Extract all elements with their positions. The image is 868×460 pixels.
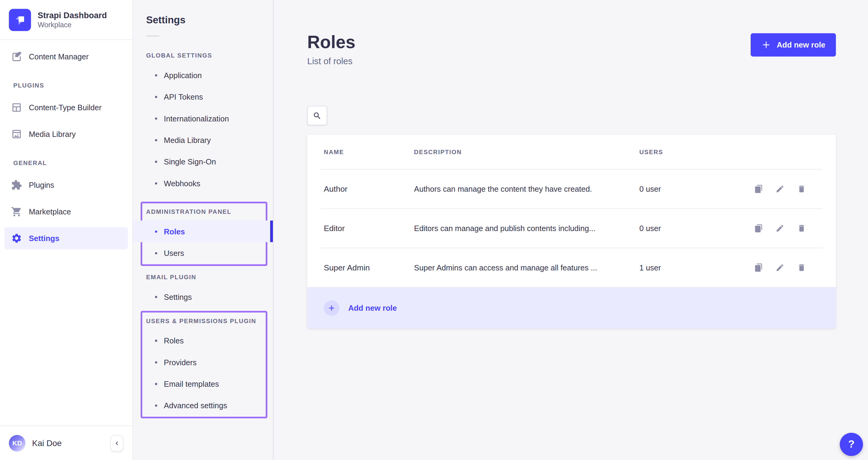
bullet-icon [155, 295, 157, 298]
subnav-item-label: Settings [164, 292, 192, 301]
sidebar-item-label: Settings [29, 234, 59, 242]
sidebar-item-content-type-builder[interactable]: Content-Type Builder [4, 96, 128, 118]
subnav-item-users[interactable]: Users [133, 242, 273, 264]
subnav-item-roles-active[interactable]: Roles [133, 221, 273, 242]
sidebar-section-plugins: PLUGINS [13, 82, 119, 89]
duplicate-icon[interactable] [754, 263, 763, 272]
sidebar-item-label: Content-Type Builder [29, 103, 102, 112]
bullet-icon [155, 340, 157, 342]
bullet-icon [155, 252, 157, 254]
table-row-super-admin[interactable]: Super Admin Super Admins can access and … [307, 248, 836, 287]
sidebar-item-media-library[interactable]: Media Library [4, 123, 128, 145]
search-button[interactable] [307, 106, 327, 125]
user-name: Kai Doe [32, 438, 103, 448]
search-icon [313, 111, 321, 120]
plus-icon [761, 40, 771, 50]
bullet-icon [155, 182, 157, 184]
duplicate-icon[interactable] [754, 184, 763, 193]
main-sidebar: Strapi Dashboard Workplace Content Manag… [0, 0, 133, 460]
subnav-item-email-settings[interactable]: Settings [133, 286, 273, 307]
bullet-icon [155, 96, 157, 98]
role-users-count: 1 user [639, 263, 754, 272]
workspace-label: Workplace [37, 21, 107, 29]
sidebar-item-content-manager[interactable]: Content Manager [4, 46, 128, 67]
bullet-icon [155, 74, 157, 76]
bullet-icon [155, 361, 157, 363]
sidebar-item-marketplace[interactable]: Marketplace [4, 200, 128, 223]
group-label-global-settings: GLOBAL SETTINGS [146, 52, 259, 59]
subnav-divider [146, 35, 159, 37]
plus-circle-icon [324, 300, 339, 316]
edit-icon[interactable] [775, 184, 784, 193]
delete-icon[interactable] [797, 184, 806, 193]
page-subtitle: List of roles [307, 57, 868, 67]
help-button[interactable]: ? [840, 433, 863, 456]
row-actions [754, 263, 819, 272]
group-label-users-permissions: USERS & PERMISSIONS PLUGIN [146, 317, 259, 324]
subnav-item-label: Internationalization [164, 114, 229, 123]
puzzle-icon [11, 179, 22, 191]
subnav-item-advanced-settings[interactable]: Advanced settings [133, 395, 273, 416]
subnav-item-label: Users [164, 249, 184, 257]
subnav-item-single-sign-on[interactable]: Single Sign-On [133, 151, 273, 172]
role-name: Author [324, 184, 414, 193]
edit-icon[interactable] [775, 263, 784, 272]
bullet-icon [155, 404, 157, 406]
table-header-row: NAME DESCRIPTION USERS [307, 135, 836, 169]
settings-subnav: Settings GLOBAL SETTINGS Application API… [133, 0, 274, 460]
table-row-author[interactable]: Author Authors can manage the content th… [307, 170, 836, 208]
subnav-item-api-tokens[interactable]: API Tokens [133, 86, 273, 108]
delete-icon[interactable] [797, 224, 806, 233]
subnav-item-label: Single Sign-On [164, 157, 216, 166]
brand-text: Strapi Dashboard Workplace [37, 10, 107, 29]
subnav-item-application[interactable]: Application [133, 64, 273, 86]
duplicate-icon[interactable] [754, 224, 763, 233]
sidebar-item-label: Plugins [29, 180, 54, 189]
bullet-icon [155, 117, 157, 119]
sidebar-item-plugins[interactable]: Plugins [4, 174, 128, 196]
bullet-icon [155, 161, 157, 163]
role-users-count: 0 user [639, 224, 754, 233]
edit-icon[interactable] [775, 224, 784, 233]
subnav-item-email-templates[interactable]: Email templates [133, 373, 273, 394]
row-actions [754, 224, 819, 233]
bullet-icon [155, 382, 157, 384]
sidebar-item-settings[interactable]: Settings [4, 227, 128, 249]
subnav-item-providers[interactable]: Providers [133, 351, 273, 373]
subnav-item-label: Roles [164, 227, 185, 236]
role-name: Super Admin [324, 263, 414, 272]
group-label-administration-panel: ADMINISTRATION PANEL [146, 208, 259, 215]
add-new-role-footer[interactable]: Add new role [307, 287, 836, 328]
role-description: Authors can manage the content they have… [414, 184, 640, 193]
role-users-count: 0 user [639, 184, 754, 193]
roles-table: NAME DESCRIPTION USERS Author Authors ca… [307, 135, 836, 328]
row-actions [754, 184, 819, 193]
subnav-item-media-library[interactable]: Media Library [133, 129, 273, 150]
add-new-role-button[interactable]: Add new role [751, 33, 836, 57]
avatar: KD [9, 435, 25, 451]
active-indicator-bar [270, 221, 273, 242]
subnav-item-label: Roles [164, 336, 184, 345]
collapse-sidebar-button[interactable] [110, 435, 123, 451]
subnav-item-webhooks[interactable]: Webhooks [133, 172, 273, 194]
add-new-role-button-label: Add new role [777, 40, 825, 49]
role-description: Super Admins can access and manage all f… [414, 263, 640, 272]
sidebar-item-label: Content Manager [29, 52, 89, 61]
brand-block: Strapi Dashboard Workplace [0, 0, 132, 40]
app-title: Strapi Dashboard [37, 10, 107, 21]
subnav-item-label: Email templates [164, 379, 219, 388]
subnav-item-label: Advanced settings [164, 401, 227, 410]
main-nav: Content Manager PLUGINS Content-Type Bui… [0, 40, 132, 250]
sidebar-item-label: Marketplace [29, 207, 71, 216]
delete-icon[interactable] [797, 263, 806, 272]
column-header-users: USERS [639, 148, 754, 155]
subnav-item-internationalization[interactable]: Internationalization [133, 108, 273, 129]
subnav-item-up-roles[interactable]: Roles [133, 330, 273, 351]
question-mark-icon: ? [848, 438, 855, 450]
sidebar-section-general: GENERAL [13, 160, 119, 166]
strapi-dashboard: Strapi Dashboard Workplace Content Manag… [0, 0, 868, 460]
role-name: Editor [324, 224, 414, 233]
sidebar-item-label: Media Library [29, 130, 75, 138]
table-row-editor[interactable]: Editor Editors can manage and publish co… [307, 209, 836, 248]
subnav-item-label: Media Library [164, 135, 211, 144]
